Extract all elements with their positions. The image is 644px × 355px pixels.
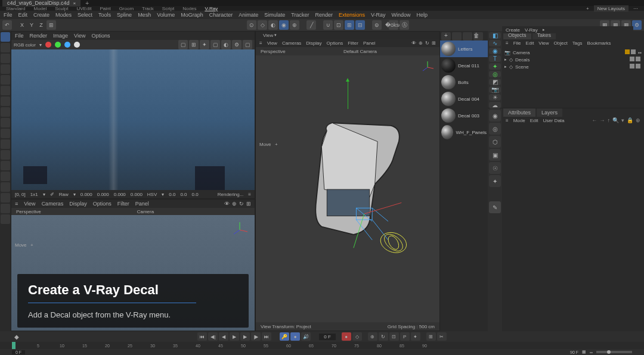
size-dropdown[interactable]: 1x1 <box>30 192 38 197</box>
tag-b-icon[interactable]: ▪ <box>640 50 642 55</box>
menu-edit[interactable]: Edit <box>18 12 28 18</box>
attr-tool-g[interactable]: ✎ <box>489 201 501 213</box>
tool-17[interactable] <box>1 204 10 213</box>
undo-button[interactable]: ↶ <box>2 20 12 30</box>
tool-18[interactable] <box>1 214 10 224</box>
render-tool-d[interactable]: ▢ <box>210 40 220 49</box>
red-channel-dot[interactable] <box>45 42 51 48</box>
attr-vray-label[interactable]: V-Ray <box>525 27 538 33</box>
tool-12[interactable] <box>1 150 10 160</box>
tool-14[interactable] <box>1 172 10 181</box>
nav-back-icon[interactable]: ← <box>592 117 597 123</box>
settings-button[interactable]: ⊚ <box>372 20 382 30</box>
obj-menu-hamburger[interactable]: ≡ <box>506 41 509 46</box>
render-tool-c[interactable]: ✦ <box>200 40 209 49</box>
axis-z[interactable]: Z <box>37 21 45 29</box>
option-b-button[interactable]: Ⓐ <box>400 20 409 30</box>
scene-tool-a[interactable]: ◩ <box>489 79 501 85</box>
viewport-axis-gizmo[interactable] <box>420 60 435 74</box>
deformer-tool[interactable]: ✦ <box>489 63 501 70</box>
play-button[interactable]: ▶ <box>230 332 239 341</box>
attr-tool-f[interactable]: ✦ <box>489 175 501 187</box>
module-track[interactable]: Track <box>142 6 154 11</box>
menu-mesh[interactable]: Mesh <box>138 12 151 18</box>
axis-gizmo-icon[interactable] <box>231 221 249 239</box>
menu-render[interactable]: Render <box>315 12 333 18</box>
nav-filter-icon[interactable]: ▾ <box>621 117 624 123</box>
tree-item-scene[interactable]: ▸ ◇ Scene <box>504 63 642 70</box>
go-end-button[interactable]: ⏭ <box>262 332 271 341</box>
camera-menu-view[interactable]: View <box>24 201 35 207</box>
tool-b-button[interactable]: ◉ <box>279 20 289 30</box>
menu-dots-icon[interactable]: ⋯ <box>633 6 638 11</box>
close-icon[interactable]: × <box>73 1 76 6</box>
green-channel-dot[interactable] <box>55 42 61 48</box>
material-item-bolts[interactable]: Bolts <box>440 74 488 91</box>
render-settings-button[interactable]: ⚙ <box>632 20 642 30</box>
module-groom[interactable]: Groom <box>119 6 134 11</box>
menu-simulate[interactable]: Simulate <box>264 12 285 18</box>
render-menu-image[interactable]: Image <box>53 33 68 39</box>
material-item-decal004[interactable]: Decal 004 <box>440 91 488 107</box>
menu-tools[interactable]: Tools <box>98 12 111 18</box>
camera-menu-display[interactable]: Display <box>69 201 87 207</box>
autokey-button[interactable]: 🔑 <box>280 332 289 341</box>
tool-9[interactable] <box>1 118 10 127</box>
vp-camera-label[interactable]: Default Camera <box>343 49 377 54</box>
tree-item-decals[interactable]: ▸ ◇ Decals <box>504 56 642 63</box>
menu-help[interactable]: Help <box>417 12 428 18</box>
attr-menu-edit[interactable]: Edit <box>530 118 538 123</box>
tool-16[interactable] <box>1 193 10 203</box>
axis-y[interactable]: Y <box>27 21 36 29</box>
module-paint[interactable]: Paint <box>100 6 110 11</box>
attr-create-label[interactable]: Create <box>506 27 520 33</box>
attr-menu-userdata[interactable]: User Data <box>543 118 564 123</box>
menu-select[interactable]: Select <box>78 12 92 18</box>
material-item-letters[interactable]: Letters <box>440 41 488 57</box>
record-button[interactable]: ● <box>342 332 351 341</box>
menu-animate[interactable]: Animate <box>239 12 258 18</box>
generator-tool[interactable]: ◉ <box>489 48 501 54</box>
camera-move-plus[interactable]: + <box>30 242 33 248</box>
render-menu-icon[interactable]: ≡ <box>248 192 251 197</box>
hsv-label[interactable]: HSV <box>147 192 157 197</box>
vis-editor-icon[interactable] <box>630 64 634 68</box>
record-button[interactable]: ⊙ <box>247 20 256 30</box>
option-a-button[interactable]: �ökse <box>389 20 398 30</box>
spline-tool[interactable]: ∿ <box>489 40 501 46</box>
vp-menu-hamburger[interactable]: ≡ <box>259 41 262 46</box>
view-mode-a-icon[interactable]: ▦ <box>582 350 586 354</box>
camera-menu-hamburger[interactable]: ≡ <box>15 201 18 207</box>
field-tool[interactable]: ◎ <box>489 71 501 77</box>
vp-menu-panel[interactable]: Panel <box>363 41 375 46</box>
obj-menu-object[interactable]: Object <box>554 41 568 46</box>
scale-tool[interactable] <box>1 54 10 63</box>
module-model[interactable]: Model <box>33 6 47 11</box>
mat-add-button[interactable]: + <box>441 32 451 41</box>
camera-nav-a-icon[interactable]: 👁 <box>224 201 230 207</box>
tool-10[interactable] <box>1 129 10 138</box>
prev-frame-button[interactable]: ◀ <box>219 332 228 341</box>
tool-15[interactable] <box>1 182 10 192</box>
new-layouts-button[interactable]: New Layouts <box>594 5 628 12</box>
nav-up-icon[interactable]: ↑ <box>608 117 611 123</box>
light-tool[interactable]: ☀ <box>489 94 501 101</box>
module-sculpt[interactable]: Sculpt <box>55 6 68 11</box>
param-key-button[interactable]: P <box>400 332 410 341</box>
move-tool[interactable] <box>1 32 10 42</box>
vp-nav-b-icon[interactable]: ⊕ <box>419 41 423 46</box>
pla-key-button[interactable]: ✦ <box>411 332 420 341</box>
camera-menu-filter[interactable]: Filter <box>117 201 129 207</box>
attr-tool-c[interactable]: ⬡ <box>489 136 501 148</box>
menu-character[interactable]: Character <box>209 12 233 18</box>
zoom-slider[interactable] <box>596 351 632 353</box>
tree-item-camera[interactable]: 📷 Camera ▪▪ <box>504 49 642 56</box>
next-frame-button[interactable]: ▶ <box>240 332 250 341</box>
menu-spline[interactable]: Spline <box>117 12 132 18</box>
tl-opt-b-button[interactable]: ✂ <box>437 332 447 341</box>
playhead[interactable] <box>12 342 16 349</box>
render-viewport[interactable] <box>11 49 255 190</box>
main-viewport[interactable]: Move + <box>256 55 439 322</box>
menu-modes[interactable]: Modes <box>55 12 72 18</box>
tool-7[interactable] <box>1 96 10 106</box>
